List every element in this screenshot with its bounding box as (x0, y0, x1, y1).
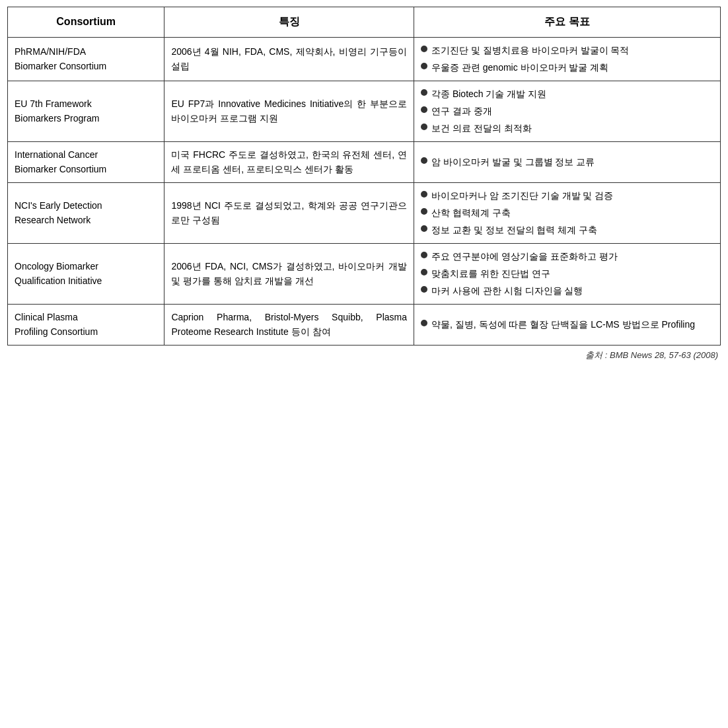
goal-text: 암 바이오마커 발굴 및 그룹별 정보 교류 (431, 155, 595, 169)
goal-text: 주요 연구분야에 영상기술을 표준화하고 평가 (431, 249, 618, 264)
goal-cell: 바이오마커나 암 조기진단 기술 개발 및 검증산학 협력체계 구축정보 교환 … (414, 182, 721, 243)
list-item: 맞춤치료를 위한 진단법 연구 (421, 266, 713, 281)
list-item: 주요 연구분야에 영상기술을 표준화하고 평가 (421, 249, 713, 264)
goal-text: 각종 Biotech 기술 개발 지원 (431, 87, 546, 101)
bullet-icon (421, 191, 427, 198)
list-item: 약물, 질병, 독성에 따른 혈장 단백질을 LC-MS 방법으로 Profil… (421, 317, 713, 332)
list-item: 보건 의료 전달의 최적화 (421, 121, 713, 135)
list-item: 마커 사용에 관한 시험 디자인을 실행 (421, 283, 713, 298)
consortium-name-cell: EU 7th FrameworkBiomarkers Program (8, 81, 164, 141)
page-wrapper: Consortium 특징 주요 목표 PhRMA/NIH/FDABiomark… (7, 7, 721, 361)
consortium-name-cell: NCI's Early DetectionResearch Network (8, 182, 164, 243)
table-row: PhRMA/NIH/FDABiomarker Consortium2006년 4… (8, 37, 721, 81)
feature-cell: 2006년 4월 NIH, FDA, CMS, 제약회사, 비영리 기구등이 설… (164, 37, 414, 81)
bullet-icon (421, 286, 427, 293)
table-header-row: Consortium 특징 주요 목표 (8, 7, 721, 38)
goal-cell: 각종 Biotech 기술 개발 지원연구 결과 중개보건 의료 전달의 최적화 (414, 81, 721, 141)
table-row: Oncology BiomarkerQualification Initiati… (8, 243, 721, 304)
list-item: 연구 결과 중개 (421, 104, 713, 118)
bullet-icon (421, 124, 427, 130)
goal-text: 마커 사용에 관한 시험 디자인을 실행 (431, 283, 583, 298)
consortium-table: Consortium 특징 주요 목표 PhRMA/NIH/FDABiomark… (7, 7, 721, 346)
list-item: 산학 협력체계 구축 (421, 205, 713, 220)
consortium-name-cell: Oncology BiomarkerQualification Initiati… (8, 243, 164, 304)
list-item: 정보 교환 및 정보 전달의 협력 체계 구축 (421, 223, 713, 237)
table-row: Clinical PlasmaProfiling ConsortiumCapri… (8, 304, 721, 345)
consortium-name-cell: PhRMA/NIH/FDABiomarker Consortium (8, 37, 164, 81)
goal-text: 산학 협력체계 구축 (431, 205, 511, 220)
header-consortium: Consortium (8, 7, 164, 38)
goal-text: 보건 의료 전달의 최적화 (431, 121, 532, 135)
feature-cell: 미국 FHCRC 주도로 결성하였고, 한국의 유전체 센터, 연세 프로티옴 … (164, 141, 414, 182)
goal-text: 우울증 관련 genomic 바이오마커 발굴 계획 (431, 60, 608, 75)
feature-cell: 2006년 FDA, NCI, CMS가 결성하였고, 바이오마커 개발 및 평… (164, 243, 414, 304)
table-row: International CancerBiomarker Consortium… (8, 141, 721, 182)
bullet-icon (421, 269, 427, 275)
goal-cell: 조기진단 및 질병치료용 바이오마커 발굴이 목적우울증 관련 genomic … (414, 37, 721, 81)
goal-text: 조기진단 및 질병치료용 바이오마커 발굴이 목적 (431, 43, 629, 57)
table-row: EU 7th FrameworkBiomarkers ProgramEU FP7… (8, 81, 721, 141)
consortium-name-cell: International CancerBiomarker Consortium (8, 141, 164, 182)
header-feature: 특징 (164, 7, 414, 38)
goal-cell: 주요 연구분야에 영상기술을 표준화하고 평가맞춤치료를 위한 진단법 연구마커… (414, 243, 721, 304)
list-item: 암 바이오마커 발굴 및 그룹별 정보 교류 (421, 155, 713, 169)
goal-text: 약물, 질병, 독성에 따른 혈장 단백질을 LC-MS 방법으로 Profil… (431, 317, 695, 332)
bullet-icon (421, 208, 427, 215)
bullet-icon (421, 106, 427, 113)
feature-cell: 1998년 NCI 주도로 결성되었고, 학계와 공공 연구기관으로만 구성됨 (164, 182, 414, 243)
goal-text: 바이오마커나 암 조기진단 기술 개발 및 검증 (431, 188, 613, 203)
bullet-icon (421, 320, 427, 326)
goal-text: 맞춤치료를 위한 진단법 연구 (431, 266, 550, 281)
list-item: 각종 Biotech 기술 개발 지원 (421, 87, 713, 101)
goal-cell: 암 바이오마커 발굴 및 그룹별 정보 교류 (414, 141, 721, 182)
goal-cell: 약물, 질병, 독성에 따른 혈장 단백질을 LC-MS 방법으로 Profil… (414, 304, 721, 345)
bullet-icon (421, 252, 427, 258)
bullet-icon (421, 225, 427, 232)
feature-cell: EU FP7과 Innovative Medicines Initiative의… (164, 81, 414, 141)
table-row: NCI's Early DetectionResearch Network199… (8, 182, 721, 243)
bullet-icon (421, 63, 427, 69)
goal-text: 정보 교환 및 정보 전달의 협력 체계 구축 (431, 223, 597, 237)
list-item: 조기진단 및 질병치료용 바이오마커 발굴이 목적 (421, 43, 713, 57)
bullet-icon (421, 157, 427, 164)
bullet-icon (421, 89, 427, 96)
feature-cell: Caprion Pharma, Bristol-Myers Squibb, Pl… (164, 304, 414, 345)
source-citation: 출처 : BMB News 28, 57-63 (2008) (7, 349, 721, 361)
bullet-icon (421, 46, 427, 52)
consortium-name-cell: Clinical PlasmaProfiling Consortium (8, 304, 164, 345)
list-item: 바이오마커나 암 조기진단 기술 개발 및 검증 (421, 188, 713, 203)
list-item: 우울증 관련 genomic 바이오마커 발굴 계획 (421, 60, 713, 75)
goal-text: 연구 결과 중개 (431, 104, 492, 118)
header-goal: 주요 목표 (414, 7, 721, 38)
